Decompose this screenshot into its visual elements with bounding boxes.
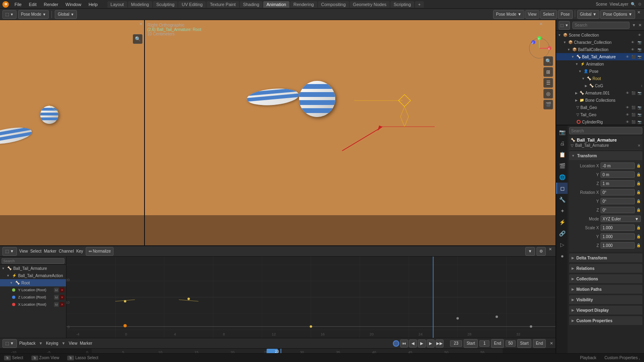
props-icon-object[interactable]: ◻ bbox=[556, 183, 568, 194]
tab-geometry[interactable]: Geometry Nodes bbox=[350, 1, 390, 8]
rotation-z-value[interactable]: 0° bbox=[601, 207, 635, 213]
location-y-value[interactable]: 0 m bbox=[601, 171, 635, 178]
outliner-item-armature[interactable]: ▼ 🦴 Ball_Tail_Armature 👁 ⬛ 📷 bbox=[556, 53, 644, 60]
playback-btn[interactable]: Playback bbox=[19, 341, 36, 346]
close-graph-btn[interactable]: ✕ bbox=[547, 247, 553, 256]
channel-armature[interactable]: ▼ 🦴 Ball_Tail_Armature bbox=[0, 265, 66, 272]
delta-collapse[interactable]: ▶ bbox=[572, 256, 574, 260]
tab-scripting[interactable]: Scripting bbox=[390, 1, 414, 8]
graph-settings-btn[interactable]: ⚙ bbox=[537, 247, 546, 256]
rotation-x-value[interactable]: 0° bbox=[601, 189, 635, 195]
collapse-action[interactable]: ▼ bbox=[6, 274, 10, 278]
outliner-item-animation[interactable]: ▼ ⚡ Animation bbox=[556, 60, 644, 68]
next-frame-btn[interactable]: ▶▶ bbox=[436, 339, 444, 348]
tailgeo-vis[interactable]: 👁 bbox=[625, 112, 630, 117]
nav-material-btn[interactable]: ◎ bbox=[543, 89, 553, 99]
scale-y-value[interactable]: 1.000 bbox=[601, 233, 635, 240]
menu-file[interactable]: File bbox=[13, 2, 23, 7]
collections-collapse[interactable]: ▶ bbox=[572, 277, 574, 281]
current-frame-display[interactable]: 23 bbox=[450, 340, 462, 347]
channel-search-input[interactable] bbox=[2, 258, 64, 264]
armature-render[interactable]: 📷 bbox=[637, 54, 642, 60]
outliner-item-bone-collections[interactable]: ▶ 📁 Bone Collections bbox=[556, 97, 644, 104]
menu-help[interactable]: Help bbox=[87, 2, 99, 7]
y-loc-mute[interactable]: M bbox=[54, 288, 59, 292]
custom-props-collapse[interactable]: ▶ bbox=[572, 319, 574, 323]
viewport-left[interactable]: 🔍 ✕ bbox=[0, 20, 145, 245]
outliner-search-input[interactable] bbox=[572, 22, 630, 29]
delta-transform-header[interactable]: ▶ Delta Transform bbox=[569, 253, 642, 262]
channel-action[interactable]: ▼ ⚡ Ball_Tail_ArmatureAction bbox=[0, 272, 66, 279]
location-x-lock[interactable]: 🔒 bbox=[636, 164, 641, 168]
tab-add[interactable]: + bbox=[415, 1, 424, 8]
arm001-render[interactable]: 📷 bbox=[637, 90, 642, 96]
loop-end-btn[interactable]: End bbox=[533, 339, 546, 348]
key-menu-graph[interactable]: Key bbox=[76, 249, 83, 253]
visibility-header[interactable]: ▶ Visibility bbox=[569, 295, 642, 304]
props-icon-particles[interactable]: ✦ bbox=[556, 205, 568, 216]
balltail-render[interactable]: 📷 bbox=[637, 47, 642, 52]
channel-y-location[interactable]: Y Location (Root) M ✕ bbox=[0, 286, 66, 294]
ballgeo-render[interactable]: 📷 bbox=[637, 105, 642, 110]
play-btn[interactable]: ▶ bbox=[418, 339, 426, 348]
props-data-opts[interactable]: ✕ bbox=[638, 144, 641, 148]
cylinderrig-restrict[interactable]: ⬛ bbox=[632, 120, 636, 124]
z-loc-mute[interactable]: M bbox=[54, 295, 59, 300]
rotation-z-lock[interactable]: 🔒 bbox=[636, 208, 641, 212]
location-x-value[interactable]: -0 m bbox=[601, 162, 635, 169]
props-icon-view-layer[interactable]: 📋 bbox=[556, 149, 568, 160]
channel-root[interactable]: ▼ 🦴 Root bbox=[0, 279, 66, 286]
props-icon-render[interactable]: 📷 bbox=[556, 126, 568, 138]
outliner-item-armature001[interactable]: ▶ 🦴 Armature.001 👁 ⬛ 📷 bbox=[556, 89, 644, 97]
tailgeo-restrict[interactable]: ⬛ bbox=[632, 113, 636, 117]
tab-animation[interactable]: Animation bbox=[263, 1, 289, 8]
start-label[interactable]: Start bbox=[464, 339, 478, 348]
graph-area[interactable]: 20 10 0 -4 0 4 8 12 16 20 24 28 32 bbox=[66, 257, 555, 338]
scale-y-lock[interactable]: 🔒 bbox=[636, 234, 641, 239]
menu-render[interactable]: Render bbox=[42, 2, 60, 7]
props-icon-constraints[interactable]: 🔗 bbox=[556, 228, 568, 239]
viewport-display-collapse[interactable]: ▶ bbox=[572, 309, 574, 312]
editor-type-btn-graph[interactable]: ⬚ ▼ bbox=[2, 247, 17, 256]
view-menu-graph[interactable]: View bbox=[19, 249, 28, 253]
play-reverse-btn[interactable]: ▶ bbox=[427, 339, 435, 348]
viewlayer-selector[interactable]: ViewLayer bbox=[609, 2, 628, 6]
motion-paths-header[interactable]: ▶ Motion Paths bbox=[569, 285, 642, 294]
tab-shading[interactable]: Shading bbox=[240, 1, 262, 8]
pose-btn[interactable]: Pose bbox=[558, 10, 573, 19]
rotation-x-lock[interactable]: 🔒 bbox=[636, 190, 641, 194]
nav-grid-btn[interactable]: ⊞ bbox=[543, 67, 553, 77]
props-search-input[interactable] bbox=[569, 127, 642, 134]
close-outliner-btn[interactable]: ✕ bbox=[638, 23, 642, 27]
tab-modeling[interactable]: Modeling bbox=[128, 1, 153, 8]
props-icon-output[interactable]: 🖨 bbox=[556, 138, 568, 149]
nav-render-btn[interactable]: 🎬 bbox=[543, 100, 553, 109]
zoom-btn-left[interactable]: 🔍 bbox=[133, 34, 142, 44]
scale-x-lock[interactable]: 🔒 bbox=[636, 226, 641, 230]
outliner-filter-btn[interactable]: ▼ bbox=[632, 23, 636, 27]
props-icon-physics[interactable]: ⚡ bbox=[556, 216, 568, 228]
outliner-item-cog[interactable]: ▶ 🦴 CoG ↕ bbox=[556, 82, 644, 89]
props-obj-name-label[interactable]: Ball_Tail_Armature bbox=[577, 138, 617, 142]
scene-collection-restrict[interactable]: 👁 bbox=[637, 32, 642, 38]
arm001-vis[interactable]: 👁 bbox=[625, 90, 630, 96]
select-menu-graph[interactable]: Select bbox=[30, 249, 41, 253]
y-loc-delete[interactable]: ✕ bbox=[60, 288, 64, 292]
outliner-item-balltail-collection[interactable]: ▼ 📦 BallTailCollection 👁 📷 bbox=[556, 46, 644, 53]
timeline-editor-btn[interactable]: ⬚ ▼ bbox=[2, 339, 17, 348]
tab-layout[interactable]: Layout bbox=[107, 1, 127, 8]
visibility-collapse[interactable]: ▶ bbox=[572, 298, 574, 302]
mode-btn[interactable]: Pose Mode▼ bbox=[18, 10, 49, 19]
close-left-viewport[interactable]: ✕ bbox=[139, 22, 142, 26]
pose-options-btn[interactable]: Pose Options ▼ bbox=[600, 10, 635, 19]
x-loc-delete[interactable]: ✕ bbox=[60, 302, 64, 307]
channel-menu-graph[interactable]: Channel bbox=[59, 249, 74, 253]
tab-texture[interactable]: Texture Paint bbox=[206, 1, 239, 8]
armature-restrict[interactable]: ⬛ bbox=[632, 55, 636, 59]
blender-logo-icon[interactable]: ✿ bbox=[2, 1, 9, 8]
motion-paths-collapse[interactable]: ▶ bbox=[572, 288, 574, 291]
rotation-mode-dropdown[interactable]: XYZ Euler ▼ bbox=[601, 216, 641, 222]
ballgeo-vis[interactable]: 👁 bbox=[625, 105, 630, 110]
ballgeo-restrict[interactable]: ⬛ bbox=[632, 106, 636, 109]
char-collection-render[interactable]: 📷 bbox=[637, 39, 642, 45]
